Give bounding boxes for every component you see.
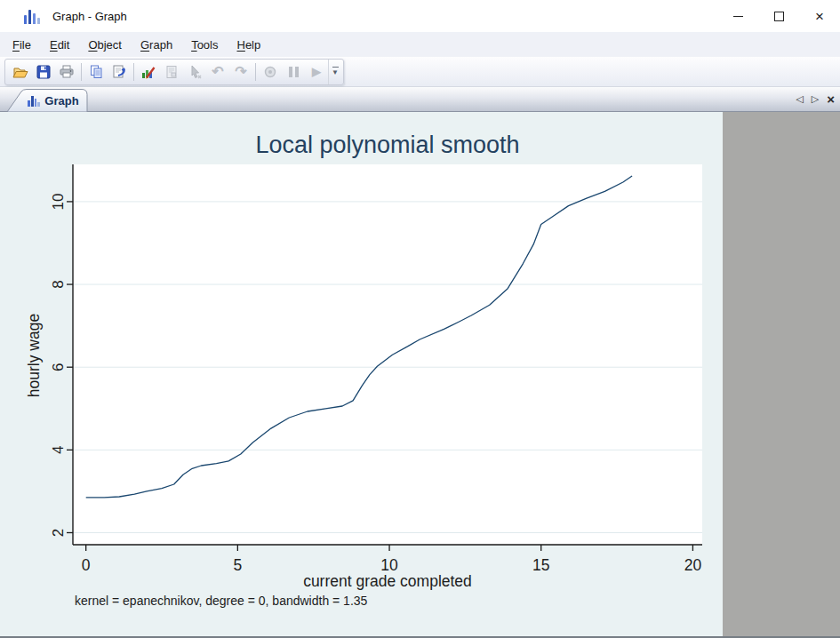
redo-button[interactable]: ↷ xyxy=(229,60,252,84)
svg-text:15: 15 xyxy=(532,556,549,574)
graph-editor-button[interactable] xyxy=(137,60,160,84)
svg-text:20: 20 xyxy=(684,556,702,574)
tabstrip: Graph ◁ ▷ × xyxy=(0,87,840,112)
maximize-icon xyxy=(774,12,784,21)
svg-text:2: 2 xyxy=(50,529,67,537)
play-icon: ▶ xyxy=(312,66,321,77)
svg-text:5: 5 xyxy=(233,556,242,574)
menu-graph[interactable]: Graph xyxy=(140,38,172,52)
chart-note: kernel = epanechnikov, degree = 0, bandw… xyxy=(75,594,367,608)
print-button[interactable] xyxy=(55,60,78,84)
preview-page-icon xyxy=(163,63,180,81)
copy-graph-icon xyxy=(110,63,128,81)
deselect-tool-button[interactable] xyxy=(183,60,206,84)
menu-edit[interactable]: Edit xyxy=(50,38,69,52)
graph-window: Graph - Graph × File Edit Object Graph T… xyxy=(0,0,840,638)
chevron-down-icon: ▼ xyxy=(332,69,339,76)
plot-canvas: 24681005101520 xyxy=(0,112,723,638)
menu-help[interactable]: Help xyxy=(236,38,260,52)
titlebar: Graph - Graph × xyxy=(0,0,840,32)
toolbar-separator xyxy=(255,63,256,81)
pause-button[interactable] xyxy=(282,60,305,84)
menu-object[interactable]: Object xyxy=(88,38,122,52)
pause-icon xyxy=(289,67,299,77)
svg-text:4: 4 xyxy=(50,446,67,454)
play-button[interactable]: ▶ xyxy=(305,60,328,84)
save-button[interactable] xyxy=(32,60,55,84)
menubar: File Edit Object Graph Tools Help xyxy=(0,32,840,57)
x-axis-label: current grade completed xyxy=(73,572,702,591)
record-circle-icon xyxy=(261,63,279,81)
content-area: 24681005101520 Local polynomial smooth h… xyxy=(0,112,840,638)
save-floppy-icon xyxy=(35,63,52,81)
preview-button[interactable] xyxy=(160,60,183,84)
undo-button[interactable]: ↶ xyxy=(206,60,229,84)
svg-text:10: 10 xyxy=(50,193,67,210)
close-button[interactable]: × xyxy=(799,0,840,32)
pointer-arrow-icon xyxy=(186,63,204,81)
toolbar-options-button[interactable]: ▼ xyxy=(328,60,341,84)
svg-text:8: 8 xyxy=(50,280,67,288)
redo-icon: ↷ xyxy=(235,65,246,79)
toolbar-options-bar xyxy=(332,67,339,68)
tab-label: Graph xyxy=(44,94,78,108)
copy-graph-button[interactable] xyxy=(108,60,131,84)
graph-editor-icon xyxy=(140,63,157,81)
app-bar-chart-icon xyxy=(24,8,42,24)
menu-file[interactable]: File xyxy=(12,38,31,52)
open-folder-icon xyxy=(12,63,29,81)
graph-canvas-area: 24681005101520 Local polynomial smooth h… xyxy=(0,112,723,638)
window-title: Graph - Graph xyxy=(52,10,127,23)
toolbar-separator xyxy=(81,63,82,81)
toolbar-separator xyxy=(133,63,134,81)
menu-tools[interactable]: Tools xyxy=(191,38,218,52)
record-button[interactable] xyxy=(259,60,282,84)
prev-tab-button[interactable]: ◁ xyxy=(796,94,803,104)
copy-button[interactable] xyxy=(84,60,108,84)
close-tab-button[interactable]: × xyxy=(827,92,835,106)
tab-graph[interactable]: Graph xyxy=(6,89,88,112)
printer-icon xyxy=(58,63,76,81)
tab-bar-chart-icon xyxy=(28,95,40,107)
open-button[interactable] xyxy=(9,60,32,84)
minimize-button[interactable] xyxy=(717,0,758,32)
next-tab-button[interactable]: ▷ xyxy=(812,94,819,104)
svg-text:0: 0 xyxy=(82,556,91,574)
toolbar: ↶ ↷ ▶ ▼ xyxy=(0,57,840,87)
svg-text:6: 6 xyxy=(50,363,67,371)
maximize-button[interactable] xyxy=(758,0,799,32)
svg-text:10: 10 xyxy=(380,556,398,574)
copy-icon xyxy=(87,63,105,81)
chart-title: Local polynomial smooth xyxy=(73,132,702,159)
undo-icon: ↶ xyxy=(212,65,223,79)
minimize-icon xyxy=(733,16,743,17)
side-panel xyxy=(723,112,840,638)
close-icon: × xyxy=(815,9,824,24)
